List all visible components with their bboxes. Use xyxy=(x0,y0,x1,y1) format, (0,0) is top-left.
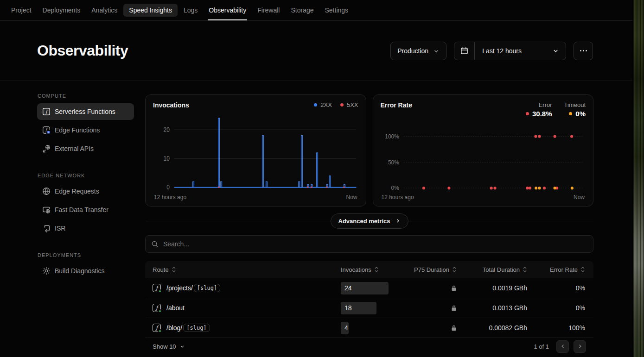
svg-text:50%: 50% xyxy=(388,159,399,166)
pagination: 1 of 1 xyxy=(534,340,586,353)
status-green-dot xyxy=(158,289,162,293)
route-param-badge: [slug] xyxy=(194,284,220,292)
content-area: COMPUTEƒServerless FunctionsƒEdge Functi… xyxy=(0,81,632,357)
sidebar-item-edge-functions[interactable]: ƒEdge Functions xyxy=(37,122,134,138)
function-icon: ƒ xyxy=(153,304,161,312)
svg-text:0%: 0% xyxy=(391,185,399,192)
column-header-invocations[interactable]: Invocations xyxy=(341,266,401,273)
app-window: ProjectDeploymentsAnalyticsSpeed Insight… xyxy=(0,0,633,357)
table-row[interactable]: ƒ/blog/[slug]40.00082 GBh100% xyxy=(145,318,593,338)
column-header-p75-duration[interactable]: P75 Duration xyxy=(401,266,457,273)
sidebar-item-label: Serverless Functions xyxy=(55,108,115,115)
route-path: /about xyxy=(166,304,185,312)
sidebar-item-isr[interactable]: ISR xyxy=(37,220,134,237)
sidebar-item-label: External APIs xyxy=(55,145,94,152)
nav-tab-project[interactable]: Project xyxy=(6,0,37,20)
invocations-cell: 18 xyxy=(341,302,401,314)
sidebar-item-serverless-functions[interactable]: ƒServerless Functions xyxy=(37,103,134,120)
environment-selector[interactable]: Production xyxy=(390,42,446,60)
function-icon: ƒ xyxy=(153,284,161,292)
prev-page-button[interactable] xyxy=(556,340,569,353)
isr-icon xyxy=(42,224,51,232)
sort-icon xyxy=(523,266,527,273)
svg-text:20: 20 xyxy=(164,126,170,133)
table-row[interactable]: ƒ/projects/[slug]240.0019 GBh0% xyxy=(145,278,593,298)
nav-tab-settings[interactable]: Settings xyxy=(319,0,354,20)
sort-icon xyxy=(580,266,585,273)
search-box xyxy=(145,235,593,253)
environment-selector-label: Production xyxy=(397,47,428,55)
invocations-cell: 24 xyxy=(341,282,401,294)
svg-text:100%: 100% xyxy=(385,133,399,140)
next-page-button[interactable] xyxy=(574,340,586,353)
route-cell: ƒ/blog/[slug] xyxy=(153,324,341,332)
table-footer: Show 10 1 of 1 xyxy=(145,338,593,355)
nav-tab-deployments[interactable]: Deployments xyxy=(37,0,86,20)
sidebar-item-fast-data-transfer[interactable]: Fast Data Transfer xyxy=(37,201,134,218)
chevron-down-icon xyxy=(433,48,440,54)
calendar-icon xyxy=(454,42,475,60)
show-count-dropdown[interactable]: Show 10 xyxy=(153,343,185,350)
column-header-total-duration[interactable]: Total Duration xyxy=(457,266,527,273)
invocations-cell: 4 xyxy=(341,322,401,334)
chevron-down-icon xyxy=(179,344,185,349)
nav-tab-storage[interactable]: Storage xyxy=(285,0,319,20)
sort-icon xyxy=(452,266,457,273)
advanced-metrics-button[interactable]: Advanced metrics xyxy=(331,213,408,229)
sidebar-item-edge-requests[interactable]: Edge Requests xyxy=(37,183,134,200)
sidebar-item-external-apis[interactable]: External APIs xyxy=(37,140,134,157)
page-header: Observability Production Last 12 hours xyxy=(0,21,632,81)
header-controls: Production Last 12 hours xyxy=(390,42,593,60)
column-header-error-rate[interactable]: Error Rate xyxy=(527,266,585,273)
column-header-route[interactable]: Route xyxy=(153,266,341,273)
svg-text:0: 0 xyxy=(166,183,170,191)
p75-duration-cell xyxy=(401,285,457,291)
page-indicator: 1 of 1 xyxy=(534,343,549,350)
nav-tab-analytics[interactable]: Analytics xyxy=(86,0,123,20)
total-duration-cell: 0.0013 GBh xyxy=(457,304,527,312)
p75-duration-cell xyxy=(401,325,457,331)
data-transfer-icon xyxy=(42,206,51,214)
globe-icon xyxy=(42,187,51,195)
error-rate-cell: 0% xyxy=(527,284,585,292)
sort-icon xyxy=(374,266,379,273)
function-icon: ƒ xyxy=(153,324,161,332)
nav-tab-observability[interactable]: Observability xyxy=(203,0,252,20)
lock-icon xyxy=(451,325,457,331)
sidebar-item-label: Edge Requests xyxy=(55,188,99,195)
status-green-dot xyxy=(158,309,162,313)
nav-tab-firewall[interactable]: Firewall xyxy=(252,0,285,20)
invocations-chart[interactable]: 01020 xyxy=(153,110,358,194)
sidebar-section-compute: COMPUTEƒServerless FunctionsƒEdge Functi… xyxy=(37,93,134,157)
search-input[interactable] xyxy=(163,240,587,248)
charts-row: Invocations 2XX 5XX 01020 12 hours ago N… xyxy=(145,94,593,207)
x-axis-end-label: Now xyxy=(574,194,585,200)
legend-2xx: 2XX xyxy=(314,101,332,108)
advanced-metrics-row: Advanced metrics xyxy=(145,207,593,235)
amber-dot-icon xyxy=(569,112,572,115)
route-param-badge: [slug] xyxy=(183,324,210,332)
table-row[interactable]: ƒ/about180.0013 GBh0% xyxy=(145,298,593,318)
time-range-selector[interactable]: Last 12 hours xyxy=(454,42,566,60)
sidebar-section-heading: EDGE NETWORK xyxy=(38,173,134,178)
error-rate-cell: 100% xyxy=(527,324,585,332)
sidebar: COMPUTEƒServerless FunctionsƒEdge Functi… xyxy=(37,81,134,357)
chevron-down-icon xyxy=(552,47,566,54)
legend-5xx: 5XX xyxy=(340,101,358,108)
nav-tab-speed-insights[interactable]: Speed Insights xyxy=(123,4,178,17)
chevron-right-icon xyxy=(395,218,401,224)
error-rate-chart-card: Error Rate Error 30.8% Timeout 0% xyxy=(373,94,594,207)
red-dot-icon xyxy=(526,112,529,115)
sidebar-item-build-diagnostics[interactable]: Build Diagnostics xyxy=(37,263,134,279)
legend-error: Error 30.8% xyxy=(526,101,552,118)
ellipsis-icon xyxy=(580,50,581,51)
error-rate-chart[interactable]: 0%50%100% xyxy=(381,119,586,194)
error-rate-chart-title: Error Rate xyxy=(381,101,412,109)
sidebar-section-heading: DEPLOYMENTS xyxy=(38,252,134,258)
search-icon xyxy=(151,240,159,248)
nav-tab-logs[interactable]: Logs xyxy=(178,0,203,20)
p75-duration-cell xyxy=(401,305,457,311)
more-options-button[interactable] xyxy=(574,42,593,60)
sort-icon xyxy=(172,266,176,273)
sidebar-item-label: Build Diagnostics xyxy=(55,267,104,275)
